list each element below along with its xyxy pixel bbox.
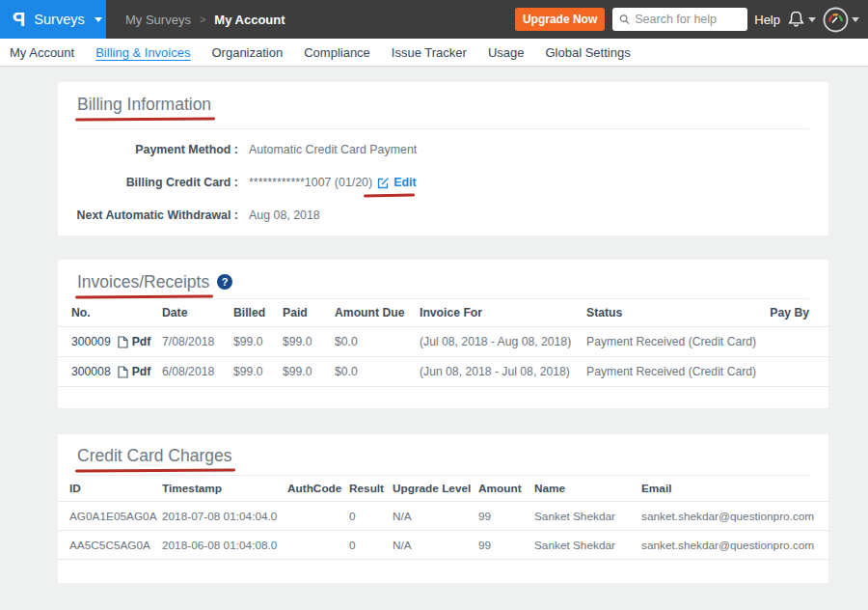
tab-issue-tracker[interactable]: Issue Tracker xyxy=(392,45,467,60)
breadcrumb-current: My Account xyxy=(214,13,285,27)
col-invoice-for: Invoice For xyxy=(420,306,586,319)
col-email: Email xyxy=(641,482,815,495)
payment-method-value: Automatic Credit Card Payment xyxy=(249,143,828,156)
billing-credit-card-value: ************1007 (01/20) Edit xyxy=(249,176,828,189)
edit-credit-card-link[interactable]: Edit xyxy=(393,176,416,189)
tab-compliance[interactable]: Compliance xyxy=(304,45,370,60)
help-search[interactable] xyxy=(612,8,747,31)
col-timestamp: Timestamp xyxy=(162,482,287,495)
invoice-row: 300009 Pdf 7/08/2018 $99.0 $99.0 $0.0 (J… xyxy=(58,327,828,357)
tab-billing-invoices[interactable]: Billing & Invoices xyxy=(95,45,190,60)
tab-organization[interactable]: Organization xyxy=(211,45,283,60)
invoice-number-link[interactable]: 300008 xyxy=(71,365,111,378)
invoice-number-link[interactable]: 300009 xyxy=(71,335,111,348)
pdf-file-icon xyxy=(118,336,128,348)
charges-table-header: ID Timestamp AuthCode Result Upgrade Lev… xyxy=(58,476,828,502)
col-name: Name xyxy=(534,482,641,495)
col-amount-due: Amount Due xyxy=(335,306,420,319)
invoice-row: 300008 Pdf 6/08/2018 $99.0 $99.0 $0.0 (J… xyxy=(58,357,828,387)
account-nav: My Account Billing & Invoices Organizati… xyxy=(0,39,868,67)
search-icon xyxy=(619,14,630,25)
invoices-receipts-card: Invoices/Receipts? No. Date Billed Paid … xyxy=(58,260,828,408)
questionpro-logo-icon: P xyxy=(13,10,25,29)
next-withdrawal-row: Next Automatic Withdrawal : Aug 08, 2018 xyxy=(58,199,828,232)
charge-row: AA5C5C5AG0A 2018-06-08 01:04:08.0 0 N/A … xyxy=(58,531,828,560)
account-menu[interactable] xyxy=(823,7,859,33)
avatar xyxy=(823,7,849,33)
invoices-receipts-title: Invoices/Receipts xyxy=(77,272,209,292)
product-switcher[interactable]: P Surveys xyxy=(0,0,106,39)
next-withdrawal-label: Next Automatic Withdrawal : xyxy=(58,208,238,222)
billing-credit-card-row: Billing Credit Card : ************1007 (… xyxy=(58,166,828,199)
payment-method-label: Payment Method : xyxy=(58,143,238,156)
col-pay-by: Pay By xyxy=(770,306,809,319)
red-underline-annotation xyxy=(75,468,236,472)
credit-card-charges-card: Credit Card Charges ID Timestamp AuthCod… xyxy=(58,434,828,583)
help-icon[interactable]: ? xyxy=(217,274,232,290)
chevron-down-icon xyxy=(852,17,859,22)
col-no: No. xyxy=(71,306,162,319)
pdf-link[interactable]: Pdf xyxy=(132,335,151,348)
chevron-down-icon xyxy=(95,17,102,22)
col-amount: Amount xyxy=(478,482,534,495)
red-underline-annotation xyxy=(364,194,415,198)
billing-information-title: Billing Information xyxy=(77,95,211,115)
edit-icon xyxy=(377,177,390,189)
upgrade-now-button[interactable]: Upgrade Now xyxy=(515,8,605,31)
pdf-link[interactable]: Pdf xyxy=(132,365,151,378)
chevron-down-icon xyxy=(808,17,816,22)
pdf-file-icon xyxy=(118,366,128,378)
search-input[interactable] xyxy=(635,13,741,26)
col-id: ID xyxy=(69,482,162,495)
col-upgrade-level: Upgrade Level xyxy=(393,482,478,495)
breadcrumb: My Surveys > My Account xyxy=(125,13,285,27)
invoices-table-header: No. Date Billed Paid Amount Due Invoice … xyxy=(58,299,828,327)
col-result: Result xyxy=(349,482,393,495)
col-status: Status xyxy=(586,306,770,319)
tab-usage[interactable]: Usage xyxy=(488,45,525,60)
credit-card-charges-title: Credit Card Charges xyxy=(77,446,231,466)
billing-information-card: Billing Information Payment Method : Aut… xyxy=(58,82,828,236)
charge-row: AG0A1E05AG0A 2018-07-08 01:04:04.0 0 N/A… xyxy=(58,502,828,531)
product-name: Surveys xyxy=(34,12,84,27)
breadcrumb-separator: > xyxy=(200,14,205,25)
col-authcode: AuthCode xyxy=(287,482,349,495)
tab-global-settings[interactable]: Global Settings xyxy=(545,45,630,60)
red-underline-annotation xyxy=(75,117,215,121)
col-billed: Billed xyxy=(233,306,283,319)
payment-method-row: Payment Method : Automatic Credit Card P… xyxy=(58,133,828,166)
next-withdrawal-value: Aug 08, 2018 xyxy=(249,208,828,222)
col-paid: Paid xyxy=(283,306,335,319)
bell-icon xyxy=(787,10,805,29)
col-date: Date xyxy=(162,306,233,319)
help-link[interactable]: Help xyxy=(754,13,780,27)
breadcrumb-my-surveys[interactable]: My Surveys xyxy=(125,13,191,27)
notifications-menu[interactable] xyxy=(787,10,816,29)
tab-my-account[interactable]: My Account xyxy=(10,45,74,60)
top-header: P Surveys My Surveys > My Account Upgrad… xyxy=(0,0,868,39)
billing-credit-card-label: Billing Credit Card : xyxy=(58,176,238,189)
